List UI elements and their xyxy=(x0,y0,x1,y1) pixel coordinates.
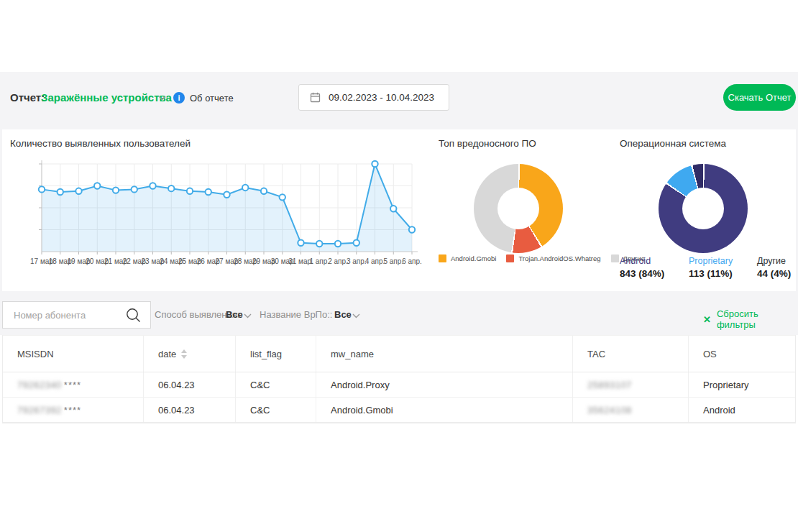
column-header-os[interactable]: OS xyxy=(689,336,795,372)
column-header-label: mw_name xyxy=(331,349,374,359)
close-icon: ✕ xyxy=(703,315,711,324)
malware-donut-chart xyxy=(474,164,563,253)
svg-text:3 апр.: 3 апр. xyxy=(347,257,367,265)
line-chart: 17 мар18 мар19 мар20 мар21 мар22 мар23 м… xyxy=(6,157,423,279)
column-header-mw_name[interactable]: mw_name xyxy=(316,336,573,372)
os-stat-name: Proprietary xyxy=(689,256,733,266)
download-report-button[interactable]: Скачать Отчет xyxy=(723,84,796,111)
cell-mw-name-value: Android.Proxy xyxy=(331,380,390,390)
search-icon[interactable] xyxy=(125,307,142,324)
msisdn-mask-suffix: **** xyxy=(64,405,81,416)
os-stat-value: 843 (84%) xyxy=(620,268,664,279)
malware-name-select[interactable]: Все xyxy=(334,309,352,320)
cell-date: 06.04.23 xyxy=(144,398,236,422)
cell-mw-name: Android.Gmobi xyxy=(316,398,573,422)
dashboard-page: Отчет: Заражённые устройства i Об отчете… xyxy=(0,0,798,532)
svg-text:1 апр.: 1 апр. xyxy=(309,257,329,265)
line-chart-title: Количество выявленных пользователей xyxy=(10,138,191,149)
column-header-label: list_flag xyxy=(250,349,282,359)
cell-list-flag: C&C xyxy=(236,398,316,422)
column-header-label: OS xyxy=(703,349,717,359)
reset-filters-label: Сбросить фильтры xyxy=(717,308,798,330)
charts-card: Количество выявленных пользователей 17 м… xyxy=(2,129,796,291)
cell-os: Android xyxy=(689,398,795,422)
column-header-list_flag[interactable]: list_flag xyxy=(236,336,316,372)
cell-tac: 35624108 xyxy=(573,398,689,422)
cell-os-value: Proprietary xyxy=(703,380,749,390)
cell-os: Proprietary xyxy=(689,372,795,397)
column-header-msisdn[interactable]: MSISDN xyxy=(3,336,144,372)
masked-msisdn: 79262340 xyxy=(17,380,62,390)
cell-mw-name: Android.Proxy xyxy=(316,372,573,397)
legend-swatch xyxy=(611,254,619,262)
cell-mw-name-value: Android.Gmobi xyxy=(331,405,393,416)
malware-name-label: Название ВрПо:: xyxy=(260,309,332,320)
column-header-date[interactable]: date xyxy=(144,336,236,372)
cell-date: 06.04.23 xyxy=(144,372,236,397)
os-stat-name: Другие xyxy=(757,256,791,266)
chevron-down-icon[interactable] xyxy=(244,313,252,318)
masked-tac: 35624108 xyxy=(587,405,632,416)
os-stat: Другие44 (4%) xyxy=(757,256,791,279)
chevron-down-icon[interactable] xyxy=(352,313,360,318)
legend-label: Trojan.AndroidOS.Whatreg xyxy=(518,254,600,262)
calendar-icon xyxy=(310,92,321,103)
os-stat-value: 113 (11%) xyxy=(689,268,733,279)
table-header: MSISDNdate list_flagmw_nameTACOS xyxy=(3,336,795,372)
report-selector[interactable]: Заражённые устройства xyxy=(41,91,172,104)
search-box xyxy=(2,301,151,329)
cell-os-value: Android xyxy=(703,405,735,416)
legend-label: Android.Gmobi xyxy=(451,254,496,262)
cell-tac: 25893107 xyxy=(573,372,689,397)
date-range-picker[interactable]: 09.02.2023 - 10.04.2023 xyxy=(298,84,449,111)
os-donut-chart xyxy=(659,164,748,253)
cell-list-flag: C&C xyxy=(236,372,316,397)
msisdn-mask-suffix: **** xyxy=(64,380,81,390)
os-donut-title: Операционная система xyxy=(620,138,726,149)
table-row[interactable]: 79262340****06.04.23C&CAndroid.Proxy2589… xyxy=(3,372,795,398)
cell-msisdn: 79267392**** xyxy=(3,398,144,422)
table-row[interactable]: 79267392****06.04.23C&CAndroid.Gmobi3562… xyxy=(3,398,795,423)
svg-text:5 апр.: 5 апр. xyxy=(383,257,403,265)
reset-filters-button[interactable]: ✕ Сбросить фильтры xyxy=(703,308,798,330)
column-header-tac[interactable]: TAC xyxy=(573,336,689,372)
os-stat-value: 44 (4%) xyxy=(757,268,791,279)
os-stat: Android843 (84%) xyxy=(620,256,664,279)
malware-donut-title: Топ вредоносного ПО xyxy=(439,138,536,149)
info-icon[interactable]: i xyxy=(173,92,185,104)
column-header-label: TAC xyxy=(587,349,605,359)
sort-icon[interactable] xyxy=(181,349,187,359)
cell-msisdn: 79262340**** xyxy=(3,372,144,397)
cell-list-flag-value: C&C xyxy=(250,380,270,390)
legend-item: Trojan.AndroidOS.Whatreg xyxy=(506,254,600,262)
table-body: 79262340****06.04.23C&CAndroid.Proxy2589… xyxy=(3,372,795,423)
masked-tac: 25893107 xyxy=(587,380,632,390)
donut-hole xyxy=(497,188,539,229)
donut-hole xyxy=(682,188,724,229)
cell-list-flag-value: C&C xyxy=(250,405,270,416)
svg-text:2 апр.: 2 апр. xyxy=(328,257,348,265)
cell-date-value: 06.04.23 xyxy=(158,405,195,416)
about-report-link[interactable]: Об отчете xyxy=(190,93,234,104)
report-label: Отчет: xyxy=(10,91,45,104)
legend-item: Android.Gmobi xyxy=(439,254,496,262)
column-header-label: date xyxy=(158,349,176,359)
legend-swatch xyxy=(506,254,514,262)
chevron-down-icon[interactable] xyxy=(158,96,166,101)
data-table: MSISDNdate list_flagmw_nameTACOS 7926234… xyxy=(2,335,796,423)
os-stat: Proprietary113 (11%) xyxy=(689,256,733,279)
svg-text:6 апр.: 6 апр. xyxy=(402,257,422,265)
masked-msisdn: 79267392 xyxy=(17,405,62,416)
date-range-value: 09.02.2023 - 10.04.2023 xyxy=(329,92,434,103)
svg-text:4 апр.: 4 апр. xyxy=(365,257,385,265)
detection-method-select[interactable]: Все xyxy=(226,309,243,320)
column-header-label: MSISDN xyxy=(17,349,54,359)
legend-swatch xyxy=(439,254,446,262)
os-stat-name: Android xyxy=(620,256,664,266)
cell-date-value: 06.04.23 xyxy=(158,380,195,390)
